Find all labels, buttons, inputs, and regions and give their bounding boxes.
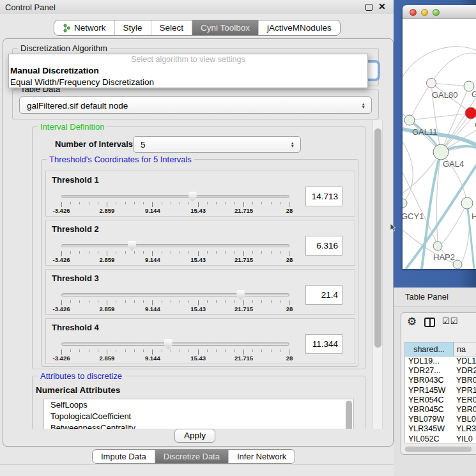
table-header-row: shared... na: [405, 342, 476, 357]
apply-button[interactable]: Apply: [174, 429, 215, 443]
gear-icon[interactable]: ⚙: [407, 315, 417, 328]
table-row[interactable]: YIL052C YIL0: [405, 434, 476, 444]
table-row[interactable]: YER054C YER0: [405, 395, 476, 405]
option-manual-discretization[interactable]: Manual Discretization: [9, 65, 367, 77]
algorithm-dropdown-prompt[interactable]: Select algorithm to view settings: [9, 54, 367, 65]
svg-text:H: H: [472, 211, 476, 221]
table-row[interactable]: YBR043C YBR0: [405, 376, 476, 385]
threshold-3-value-field[interactable]: [305, 285, 342, 305]
numerical-attributes-heading: Numerical Attributes: [36, 385, 120, 395]
slider-thumb[interactable]: [164, 339, 173, 349]
tab-style[interactable]: Style: [114, 20, 151, 35]
threshold-label: Threshold 3: [52, 273, 99, 283]
node-gcy1: [403, 199, 407, 208]
table-row[interactable]: YBR045C YBR0: [405, 405, 476, 415]
close-icon[interactable]: ✕: [378, 1, 386, 12]
list-scrollbar[interactable]: [346, 401, 352, 429]
tab-discretize-data[interactable]: Discretize Data: [155, 450, 228, 463]
table-row[interactable]: YDL19... YDL1: [405, 357, 476, 366]
threshold-2-value-field[interactable]: [305, 236, 342, 256]
stepper-arrows-icon: ▲▼: [362, 102, 365, 109]
close-traffic-light[interactable]: [410, 9, 417, 16]
slider-ticks: [61, 300, 289, 305]
tab-cyni-toolbox[interactable]: Cyni Toolbox: [192, 20, 258, 35]
network-nodes[interactable]: [403, 79, 476, 270]
numerical-attributes-list[interactable]: SelfLoops TopologicalCoefficient Between…: [43, 399, 354, 429]
threshold-2-row: Threshold 2 -3.426 2.859 9.144 15.43 21.…: [45, 220, 355, 266]
thresholds-group: Threshold's Coordinates for 5 Intervals …: [41, 159, 358, 367]
threshold-4-row: Threshold 4 -3.426 2.859 9.144 15.43 21.…: [45, 318, 355, 364]
threshold-label: Threshold 4: [52, 323, 99, 332]
combo-value: 5: [141, 140, 146, 150]
attributes-group: Attributes to discretize Numerical Attri…: [32, 376, 365, 429]
column-header-name[interactable]: na: [454, 342, 476, 356]
tab-label: Select: [160, 23, 184, 33]
threshold-4-slider[interactable]: [61, 342, 289, 346]
table-panel-titlebar[interactable]: Table Panel: [394, 288, 476, 307]
threshold-3-slider[interactable]: [61, 293, 289, 296]
node-table-panel: ⚙ ☑☑ shared... na YDL19... YDL1 YDR27...…: [401, 312, 476, 455]
control-panel-titlebar[interactable]: Control Panel ✕: [0, 0, 394, 14]
node-gal4: [433, 144, 449, 160]
scrollbar-thumb[interactable]: [405, 447, 472, 452]
list-item[interactable]: BetweennessCentrality: [44, 422, 353, 429]
slider-tick-labels: -3.426 2.859 9.144 15.43 21.715 28: [61, 305, 289, 312]
svg-text:GAL80: GAL80: [432, 90, 457, 100]
threshold-1-slider[interactable]: [61, 195, 289, 198]
minimize-traffic-light[interactable]: [421, 9, 428, 16]
interval-definition-group: Interval Definition Number of Intervals …: [32, 127, 365, 369]
table-horizontal-scrollbar[interactable]: [404, 446, 476, 452]
table-row[interactable]: YDR27... YDR2: [405, 366, 476, 376]
network-node-labels: GAL80 GA C GAL11 GAL4 GCY1 H HAP2: [403, 89, 476, 262]
settings-vertical-scrollbar[interactable]: [372, 120, 383, 429]
group-title: Discretization Algorithm: [18, 43, 110, 53]
svg-text:GAL11: GAL11: [412, 127, 438, 137]
slider-thumb[interactable]: [188, 192, 197, 202]
zoom-traffic-light[interactable]: [433, 9, 440, 16]
tab-select[interactable]: Select: [151, 20, 192, 35]
slider-ticks: [61, 202, 289, 207]
tab-network[interactable]: Network: [54, 20, 114, 35]
bottom-tab-bar: Impute Data Discretize Data Infer Networ…: [92, 449, 295, 464]
threshold-1-row: Threshold 1 -3.426 2.859 9.144 15.43 21.…: [45, 171, 355, 217]
mouse-cursor: [390, 223, 396, 232]
slider-thumb[interactable]: [236, 290, 245, 300]
network-canvas[interactable]: GAL80 GA C GAL11 GAL4 GCY1 H HAP2: [403, 19, 476, 269]
threshold-2-slider[interactable]: [61, 244, 289, 247]
network-window-titlebar[interactable]: [403, 5, 476, 19]
split-columns-icon[interactable]: [424, 318, 435, 327]
node-h: [461, 197, 473, 209]
list-item[interactable]: TopologicalCoefficient: [44, 411, 353, 422]
tab-label: jActiveMNodules: [267, 23, 332, 33]
tab-label: Style: [123, 23, 142, 33]
option-equal-width-frequency[interactable]: Equal Width/Frequency Discretization: [9, 77, 367, 88]
table-data-combobox[interactable]: galFiltered.sif default node ▲▼: [19, 96, 372, 114]
table-row[interactable]: YPR145W YPR1: [405, 386, 476, 395]
slider-ticks: [61, 349, 289, 355]
tab-label: Cyni Toolbox: [201, 23, 250, 33]
column-header-shared-name[interactable]: shared...: [405, 342, 454, 356]
tab-impute-data[interactable]: Impute Data: [93, 450, 155, 463]
table-row[interactable]: YLR345W YLR3: [405, 424, 476, 434]
threshold-1-value-field[interactable]: [305, 187, 342, 206]
table-data-group: Table Data galFiltered.sif default node …: [12, 89, 379, 119]
table-row[interactable]: YBL079W YBL0: [405, 415, 476, 424]
screen: Control Panel ✕ Network Style Select Cyn…: [0, 0, 476, 476]
threshold-label: Threshold 2: [52, 224, 99, 234]
tab-infer-network[interactable]: Infer Network: [228, 450, 295, 463]
table-panel-area: ⚙ ☑☑ shared... na YDL19... YDL1 YDR27...…: [394, 307, 476, 476]
node-gal11: [404, 115, 415, 125]
slider-thumb[interactable]: [128, 241, 136, 251]
num-intervals-combobox[interactable]: 5 ▲▼: [133, 136, 301, 153]
select-columns-icons[interactable]: ☑☑: [442, 316, 458, 326]
tab-jactivemnodules[interactable]: jActiveMNodules: [258, 20, 340, 35]
node-gal80: [427, 79, 436, 88]
combo-value: galFiltered.sif default node: [27, 100, 128, 110]
threshold-4-value-field[interactable]: [305, 334, 342, 354]
list-item[interactable]: SelfLoops: [44, 399, 353, 411]
network-view-window[interactable]: GAL80 GA C GAL11 GAL4 GCY1 H HAP2: [403, 5, 476, 269]
scrollbar-thumb[interactable]: [374, 128, 381, 348]
float-window-icon[interactable]: [365, 4, 372, 11]
svg-text:GA: GA: [472, 89, 476, 99]
svg-text:GCY1: GCY1: [403, 211, 424, 221]
